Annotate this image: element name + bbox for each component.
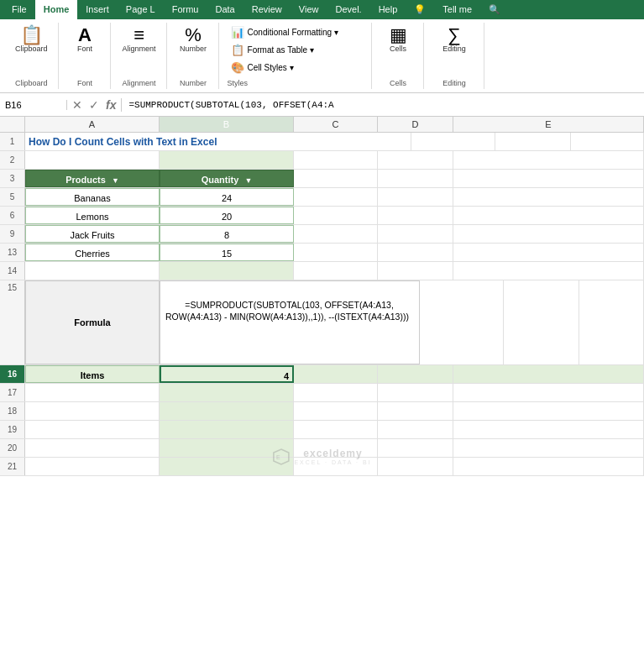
col-header-c[interactable]: C bbox=[294, 117, 378, 132]
cell-18b[interactable] bbox=[160, 402, 294, 420]
cell-reference-input[interactable]: B16 bbox=[5, 100, 61, 110]
products-header-cell[interactable]: Products ▼ bbox=[25, 170, 160, 187]
cell-3e[interactable] bbox=[453, 170, 644, 187]
cell-9b-qty[interactable]: 8 bbox=[160, 225, 294, 243]
cell-2d[interactable] bbox=[378, 151, 453, 169]
cell-18a[interactable] bbox=[25, 402, 160, 420]
cell-6d[interactable] bbox=[378, 207, 453, 224]
cell-15c[interactable] bbox=[420, 280, 504, 364]
cell-18d[interactable] bbox=[378, 402, 453, 420]
tab-lightbulb[interactable]: 💡 bbox=[406, 0, 434, 19]
editing-button[interactable]: ∑ Editing bbox=[439, 24, 469, 55]
cancel-formula-icon[interactable]: ✕ bbox=[72, 98, 82, 112]
cell-16d[interactable] bbox=[378, 365, 453, 383]
cell-13e[interactable] bbox=[453, 244, 644, 261]
insert-function-icon[interactable]: fx bbox=[106, 98, 116, 112]
tab-search[interactable]: 🔍 bbox=[480, 0, 509, 19]
cell-18c[interactable] bbox=[294, 402, 378, 420]
conditional-formatting-button[interactable]: 📊 Conditional Formatting ▾ bbox=[228, 24, 342, 40]
cell-17a[interactable] bbox=[25, 384, 160, 401]
cell-16e[interactable] bbox=[453, 365, 644, 383]
cell-5b-qty[interactable]: 24 bbox=[160, 188, 294, 206]
col-header-e[interactable]: E bbox=[453, 117, 644, 132]
col-header-b[interactable]: B bbox=[160, 117, 294, 132]
cell-18e[interactable] bbox=[453, 402, 644, 420]
cell-5a-bananas[interactable]: Bananas bbox=[25, 188, 160, 206]
tab-file[interactable]: File bbox=[3, 0, 35, 19]
cell-17d[interactable] bbox=[378, 384, 453, 401]
cell-9d[interactable] bbox=[378, 225, 453, 243]
cell-15e[interactable] bbox=[579, 280, 644, 364]
cell-2e[interactable] bbox=[453, 151, 644, 169]
cells-button[interactable]: ▦ Cells bbox=[383, 24, 413, 55]
cell-13d[interactable] bbox=[378, 244, 453, 261]
quantity-filter-icon[interactable]: ▼ bbox=[244, 176, 252, 185]
cell-6b-qty[interactable]: 20 bbox=[160, 207, 294, 224]
title-cell[interactable]: How Do I Count Cells with Text in Excel bbox=[25, 133, 411, 150]
cell-15d[interactable] bbox=[504, 280, 579, 364]
cell-21e[interactable] bbox=[453, 458, 644, 475]
cell-9e[interactable] bbox=[453, 225, 644, 243]
confirm-formula-icon[interactable]: ✓ bbox=[89, 98, 99, 112]
cell-20a[interactable] bbox=[25, 439, 160, 457]
cell-6e[interactable] bbox=[453, 207, 644, 224]
tab-data[interactable]: Data bbox=[207, 0, 243, 19]
number-button[interactable]: % Number bbox=[176, 24, 210, 55]
items-value-cell[interactable]: 4 bbox=[160, 365, 294, 383]
format-as-table-button[interactable]: 📋 Format as Table ▾ bbox=[228, 42, 317, 58]
cell-14c[interactable] bbox=[294, 262, 378, 280]
tab-review[interactable]: Review bbox=[243, 0, 291, 19]
cell-5c[interactable] bbox=[294, 188, 378, 206]
cell-19d[interactable] bbox=[378, 421, 453, 438]
cell-1d[interactable] bbox=[495, 133, 571, 150]
cell-16c[interactable] bbox=[294, 365, 378, 383]
formula-label-cell[interactable]: Formula bbox=[25, 280, 160, 364]
col-header-d[interactable]: D bbox=[378, 117, 453, 132]
cell-13a-cherries[interactable]: Cherries bbox=[25, 244, 160, 261]
items-label-cell[interactable]: Items bbox=[25, 365, 160, 383]
col-header-a[interactable]: A bbox=[25, 117, 160, 132]
cell-reference-box[interactable]: B16 bbox=[0, 100, 67, 110]
cell-14e[interactable] bbox=[453, 262, 644, 280]
cell-9c[interactable] bbox=[294, 225, 378, 243]
tab-view[interactable]: View bbox=[291, 0, 327, 19]
tab-insert[interactable]: Insert bbox=[77, 0, 118, 19]
cell-13b-qty[interactable]: 15 bbox=[160, 244, 294, 261]
cell-21a[interactable] bbox=[25, 458, 160, 475]
cell-20d[interactable] bbox=[378, 439, 453, 457]
font-button[interactable]: A Font bbox=[70, 24, 100, 55]
cell-17c[interactable] bbox=[294, 384, 378, 401]
cell-2c[interactable] bbox=[294, 151, 378, 169]
cell-19c[interactable] bbox=[294, 421, 378, 438]
cell-14a[interactable] bbox=[25, 262, 160, 280]
alignment-button[interactable]: ≡ Alignment bbox=[119, 24, 160, 55]
tab-help[interactable]: Help bbox=[370, 0, 406, 19]
cell-6a-lemons[interactable]: Lemons bbox=[25, 207, 160, 224]
tab-formulas[interactable]: Formu bbox=[164, 0, 207, 19]
cell-14d[interactable] bbox=[378, 262, 453, 280]
cell-17b[interactable] bbox=[160, 384, 294, 401]
cell-5d[interactable] bbox=[378, 188, 453, 206]
formula-input[interactable]: =SUMPRODUCT(SUBTOTAL(103, OFFSET(A4:A bbox=[122, 100, 644, 110]
cell-19e[interactable] bbox=[453, 421, 644, 438]
tab-developer[interactable]: Devel. bbox=[327, 0, 369, 19]
cell-21d[interactable] bbox=[378, 458, 453, 475]
cell-6c[interactable] bbox=[294, 207, 378, 224]
cell-3d[interactable] bbox=[378, 170, 453, 187]
clipboard-button[interactable]: 📋 Clipboard bbox=[12, 24, 51, 55]
cell-5e[interactable] bbox=[453, 188, 644, 206]
tab-home[interactable]: Home bbox=[35, 0, 78, 19]
cell-19b[interactable] bbox=[160, 421, 294, 438]
tab-tell-me[interactable]: Tell me bbox=[434, 0, 480, 19]
cell-19a[interactable] bbox=[25, 421, 160, 438]
cell-2b[interactable] bbox=[160, 151, 294, 169]
cell-17e[interactable] bbox=[453, 384, 644, 401]
quantity-header-cell[interactable]: Quantity ▼ bbox=[160, 170, 294, 187]
cell-9a-jackfruits[interactable]: Jack Fruits bbox=[25, 225, 160, 243]
cell-14b[interactable] bbox=[160, 262, 294, 280]
tab-page-layout[interactable]: Page L bbox=[118, 0, 164, 19]
cell-1e[interactable] bbox=[571, 133, 644, 150]
formula-text-cell[interactable]: =SUMPRODUCT(SUBTOTAL(103, OFFSET(A4:A13,… bbox=[160, 280, 420, 364]
cell-2a[interactable] bbox=[25, 151, 160, 169]
cell-styles-button[interactable]: 🎨 Cell Styles ▾ bbox=[228, 60, 297, 76]
